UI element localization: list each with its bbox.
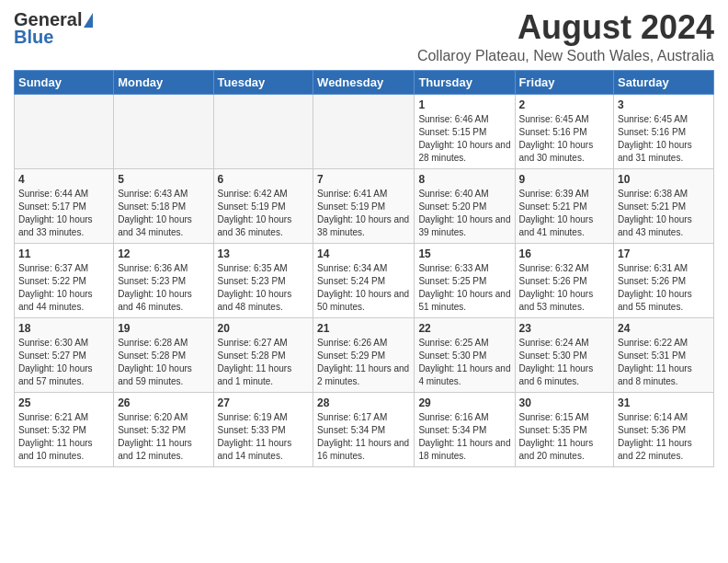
day-info: Sunrise: 6:39 AMSunset: 5:21 PMDaylight:… (519, 189, 594, 237)
calendar-cell: 14Sunrise: 6:34 AMSunset: 5:24 PMDayligh… (313, 243, 415, 317)
day-info: Sunrise: 6:26 AMSunset: 5:29 PMDaylight:… (317, 338, 409, 386)
calendar-cell: 12Sunrise: 6:36 AMSunset: 5:23 PMDayligh… (114, 243, 213, 317)
calendar-cell: 5Sunrise: 6:43 AMSunset: 5:18 PMDaylight… (114, 168, 213, 243)
col-header-thursday: Thursday (415, 70, 515, 94)
logo-blue: Blue (14, 27, 53, 48)
calendar-cell: 15Sunrise: 6:33 AMSunset: 5:25 PMDayligh… (415, 243, 515, 317)
calendar-cell: 4Sunrise: 6:44 AMSunset: 5:17 PMDaylight… (15, 168, 114, 243)
calendar-cell: 2Sunrise: 6:45 AMSunset: 5:16 PMDaylight… (515, 94, 614, 168)
calendar-cell: 6Sunrise: 6:42 AMSunset: 5:19 PMDaylight… (213, 168, 313, 243)
calendar-cell: 9Sunrise: 6:39 AMSunset: 5:21 PMDaylight… (515, 168, 614, 243)
calendar-cell: 18Sunrise: 6:30 AMSunset: 5:27 PMDayligh… (15, 317, 114, 392)
calendar-week-row: 1Sunrise: 6:46 AMSunset: 5:15 PMDaylight… (15, 94, 714, 168)
calendar-cell (313, 94, 415, 168)
calendar-cell: 23Sunrise: 6:24 AMSunset: 5:30 PMDayligh… (515, 317, 614, 392)
day-info: Sunrise: 6:33 AMSunset: 5:25 PMDaylight:… (418, 263, 510, 312)
title-section: August 2024 Collaroy Plateau, New South … (417, 9, 714, 64)
calendar-cell: 26Sunrise: 6:20 AMSunset: 5:32 PMDayligh… (114, 392, 213, 466)
day-number: 13 (218, 247, 310, 260)
col-header-sunday: Sunday (15, 70, 114, 94)
calendar-cell: 25Sunrise: 6:21 AMSunset: 5:32 PMDayligh… (15, 392, 114, 466)
day-number: 11 (18, 247, 109, 260)
calendar-cell: 1Sunrise: 6:46 AMSunset: 5:15 PMDaylight… (415, 94, 515, 168)
day-info: Sunrise: 6:30 AMSunset: 5:27 PMDaylight:… (18, 338, 93, 386)
calendar-cell (114, 94, 213, 168)
calendar-cell: 31Sunrise: 6:14 AMSunset: 5:36 PMDayligh… (614, 392, 714, 466)
day-info: Sunrise: 6:36 AMSunset: 5:23 PMDaylight:… (118, 263, 192, 312)
calendar-cell: 22Sunrise: 6:25 AMSunset: 5:30 PMDayligh… (415, 317, 515, 392)
day-info: Sunrise: 6:46 AMSunset: 5:15 PMDaylight:… (418, 114, 510, 163)
day-info: Sunrise: 6:37 AMSunset: 5:22 PMDaylight:… (18, 263, 93, 312)
day-number: 23 (519, 322, 610, 335)
day-number: 19 (118, 322, 209, 335)
day-info: Sunrise: 6:27 AMSunset: 5:28 PMDaylight:… (218, 338, 292, 386)
calendar-week-row: 4Sunrise: 6:44 AMSunset: 5:17 PMDaylight… (15, 168, 714, 243)
day-info: Sunrise: 6:35 AMSunset: 5:23 PMDaylight:… (218, 263, 292, 312)
col-header-monday: Monday (114, 70, 213, 94)
day-info: Sunrise: 6:38 AMSunset: 5:21 PMDaylight:… (618, 189, 692, 237)
day-info: Sunrise: 6:28 AMSunset: 5:28 PMDaylight:… (118, 338, 192, 386)
day-number: 12 (118, 247, 209, 260)
calendar-cell (15, 94, 114, 168)
calendar-cell: 7Sunrise: 6:41 AMSunset: 5:19 PMDaylight… (313, 168, 415, 243)
calendar-cell: 28Sunrise: 6:17 AMSunset: 5:34 PMDayligh… (313, 392, 415, 466)
calendar-cell: 13Sunrise: 6:35 AMSunset: 5:23 PMDayligh… (213, 243, 313, 317)
day-number: 2 (519, 98, 610, 111)
day-info: Sunrise: 6:15 AMSunset: 5:35 PMDaylight:… (519, 412, 594, 461)
day-info: Sunrise: 6:16 AMSunset: 5:34 PMDaylight:… (418, 412, 510, 461)
calendar-cell (213, 94, 313, 168)
day-number: 3 (618, 98, 710, 111)
day-number: 18 (18, 322, 109, 335)
logo: General Blue (14, 9, 93, 48)
calendar-week-row: 25Sunrise: 6:21 AMSunset: 5:32 PMDayligh… (15, 392, 714, 466)
main-title: August 2024 (417, 9, 714, 46)
calendar-header-row: SundayMondayTuesdayWednesdayThursdayFrid… (15, 70, 714, 94)
page-header: General Blue August 2024 Collaroy Platea… (14, 9, 714, 64)
day-number: 16 (519, 247, 610, 260)
day-number: 22 (418, 322, 510, 335)
day-info: Sunrise: 6:45 AMSunset: 5:16 PMDaylight:… (519, 114, 594, 163)
day-info: Sunrise: 6:24 AMSunset: 5:30 PMDaylight:… (519, 338, 594, 386)
day-number: 24 (618, 322, 710, 335)
logo-triangle-icon (84, 13, 93, 28)
day-info: Sunrise: 6:44 AMSunset: 5:17 PMDaylight:… (18, 189, 93, 237)
calendar-cell: 10Sunrise: 6:38 AMSunset: 5:21 PMDayligh… (614, 168, 714, 243)
day-number: 25 (18, 396, 109, 409)
day-number: 9 (519, 173, 610, 186)
calendar-cell: 19Sunrise: 6:28 AMSunset: 5:28 PMDayligh… (114, 317, 213, 392)
day-number: 15 (418, 247, 510, 260)
calendar-cell: 27Sunrise: 6:19 AMSunset: 5:33 PMDayligh… (213, 392, 313, 466)
day-number: 30 (519, 396, 610, 409)
day-number: 17 (618, 247, 710, 260)
col-header-friday: Friday (515, 70, 614, 94)
day-info: Sunrise: 6:17 AMSunset: 5:34 PMDaylight:… (317, 412, 409, 461)
day-number: 10 (618, 173, 710, 186)
calendar-cell: 24Sunrise: 6:22 AMSunset: 5:31 PMDayligh… (614, 317, 714, 392)
day-number: 31 (618, 396, 710, 409)
day-number: 6 (218, 173, 310, 186)
day-info: Sunrise: 6:34 AMSunset: 5:24 PMDaylight:… (317, 263, 409, 312)
day-info: Sunrise: 6:45 AMSunset: 5:16 PMDaylight:… (618, 114, 692, 163)
day-number: 21 (317, 322, 410, 335)
calendar-cell: 21Sunrise: 6:26 AMSunset: 5:29 PMDayligh… (313, 317, 415, 392)
day-number: 27 (218, 396, 310, 409)
day-number: 8 (418, 173, 510, 186)
subtitle: Collaroy Plateau, New South Wales, Austr… (417, 48, 714, 64)
col-header-saturday: Saturday (614, 70, 714, 94)
day-info: Sunrise: 6:41 AMSunset: 5:19 PMDaylight:… (317, 189, 409, 237)
day-number: 7 (317, 173, 410, 186)
day-number: 14 (317, 247, 410, 260)
col-header-tuesday: Tuesday (213, 70, 313, 94)
day-info: Sunrise: 6:42 AMSunset: 5:19 PMDaylight:… (218, 189, 292, 237)
day-number: 4 (18, 173, 109, 186)
calendar-cell: 29Sunrise: 6:16 AMSunset: 5:34 PMDayligh… (415, 392, 515, 466)
day-info: Sunrise: 6:22 AMSunset: 5:31 PMDaylight:… (618, 338, 692, 386)
day-info: Sunrise: 6:19 AMSunset: 5:33 PMDaylight:… (218, 412, 292, 461)
day-info: Sunrise: 6:43 AMSunset: 5:18 PMDaylight:… (118, 189, 192, 237)
day-info: Sunrise: 6:25 AMSunset: 5:30 PMDaylight:… (418, 338, 510, 386)
day-info: Sunrise: 6:40 AMSunset: 5:20 PMDaylight:… (418, 189, 510, 237)
calendar-week-row: 18Sunrise: 6:30 AMSunset: 5:27 PMDayligh… (15, 317, 714, 392)
calendar-cell: 16Sunrise: 6:32 AMSunset: 5:26 PMDayligh… (515, 243, 614, 317)
calendar-cell: 8Sunrise: 6:40 AMSunset: 5:20 PMDaylight… (415, 168, 515, 243)
day-number: 20 (218, 322, 310, 335)
